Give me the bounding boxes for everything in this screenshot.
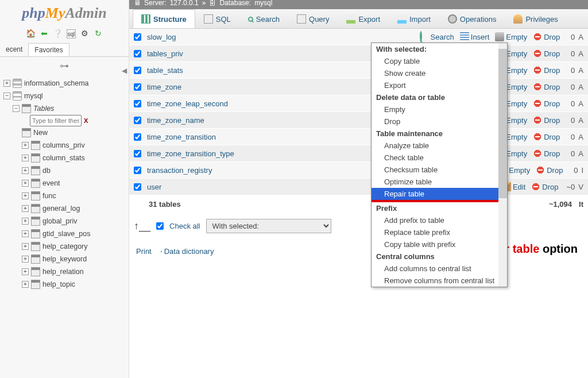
menu-item[interactable]: Copy table with prefix	[372, 238, 507, 250]
menu-item-repair-table[interactable]: Repair table	[372, 188, 507, 200]
row-checkbox[interactable]	[134, 83, 141, 91]
db-value[interactable]: mysql	[254, 0, 272, 7]
row-checkbox[interactable]	[134, 50, 141, 57]
menu-item[interactable]: Copy table	[372, 55, 507, 67]
menu-item[interactable]: Show create	[372, 67, 507, 79]
checkall-checkbox[interactable]	[156, 222, 164, 230]
tab-privileges[interactable]: Privileges	[505, 9, 566, 28]
table-name[interactable]: slow_log	[147, 33, 248, 41]
gear-icon[interactable]: ⚙	[80, 29, 89, 38]
expand-icon[interactable]: +	[22, 167, 29, 174]
expand-icon[interactable]: +	[22, 281, 29, 288]
tab-query[interactable]: Query	[288, 9, 338, 28]
table-event[interactable]: +event	[2, 177, 126, 190]
menu-item[interactable]: Analyze table	[372, 140, 507, 152]
table-global_priv[interactable]: +global_priv	[2, 215, 126, 227]
tables-group[interactable]: − Tables	[2, 102, 126, 115]
table-help_topic[interactable]: +help_topic	[2, 278, 126, 291]
refresh-icon[interactable]: ↻	[94, 29, 103, 38]
action-insert[interactable]: Insert	[460, 32, 490, 41]
home-icon[interactable]: 🏠	[26, 29, 35, 38]
menu-item[interactable]: Optimize table	[372, 176, 507, 188]
row-checkbox[interactable]	[134, 183, 141, 191]
table-name[interactable]: user	[147, 183, 248, 191]
table-name[interactable]: time_zone_leap_second	[147, 99, 248, 108]
action-drop[interactable]: Drop	[533, 115, 560, 125]
menu-item[interactable]: Empty	[372, 103, 507, 115]
action-drop[interactable]: Drop	[533, 49, 560, 58]
table-general_log[interactable]: +general_log	[2, 202, 126, 215]
table-columns_priv[interactable]: +columns_priv	[2, 139, 126, 152]
tab-operations[interactable]: Operations	[439, 9, 505, 28]
sql-icon[interactable]: sql	[67, 29, 76, 38]
expand-icon[interactable]: +	[22, 268, 29, 275]
tab-favorites[interactable]: Favorites	[28, 43, 69, 56]
table-name[interactable]: time_zone_transition_type	[147, 149, 248, 158]
db-information-schema[interactable]: + information_schema	[2, 77, 126, 90]
scrollbar-thumb[interactable]	[498, 49, 507, 198]
tab-search[interactable]: Search	[239, 9, 288, 28]
expand-icon[interactable]: +	[22, 218, 29, 225]
db-mysql[interactable]: − mysql	[2, 90, 126, 102]
scrollbar[interactable]	[498, 43, 507, 287]
collapse-icon[interactable]: −	[13, 105, 20, 112]
table-gtid_slave_pos[interactable]: +gtid_slave_pos	[2, 227, 126, 240]
table-column_stats[interactable]: +column_stats	[2, 152, 126, 164]
expand-icon[interactable]: +	[22, 230, 29, 237]
table-name[interactable]: tables_priv	[147, 49, 248, 58]
menu-item[interactable]: Remove columns from central list	[372, 275, 507, 287]
filter-input[interactable]	[30, 115, 82, 126]
row-checkbox[interactable]	[134, 117, 141, 124]
action-drop[interactable]: Drop	[533, 32, 560, 41]
expand-icon[interactable]: +	[22, 155, 29, 161]
menu-item[interactable]: Drop	[372, 115, 507, 128]
sidebar-arrow-icon[interactable]: ◀	[122, 67, 127, 75]
with-selected-dropdown[interactable]: With selected:	[206, 219, 331, 233]
server-value[interactable]: 127.0.0.1	[170, 0, 199, 7]
action-drop[interactable]: Drop	[533, 132, 560, 141]
table-help_category[interactable]: +help_category	[2, 240, 126, 253]
table-name[interactable]: time_zone_name	[147, 116, 248, 125]
new-table[interactable]: New	[2, 126, 126, 139]
row-checkbox[interactable]	[134, 100, 141, 107]
tab-sql[interactable]: SQL	[195, 9, 239, 28]
action-drop[interactable]: Drop	[533, 82, 560, 91]
row-checkbox[interactable]	[134, 167, 141, 174]
row-checkbox[interactable]	[134, 150, 141, 157]
menu-item[interactable]: Export	[372, 79, 507, 91]
exit-icon[interactable]: ⬅	[40, 29, 49, 38]
menu-item[interactable]: Checksum table	[372, 164, 507, 176]
menu-item[interactable]: Add prefix to table	[372, 214, 507, 226]
expand-icon[interactable]: +	[22, 192, 29, 199]
filter-clear[interactable]: X	[84, 117, 88, 124]
tab-structure[interactable]: Structure	[133, 9, 195, 28]
expand-icon[interactable]: +	[22, 243, 29, 250]
expand-icon[interactable]: +	[22, 205, 29, 212]
checkall-label[interactable]: Check all	[169, 222, 200, 230]
action-drop[interactable]: Drop	[533, 149, 560, 158]
print-link[interactable]: Print	[134, 247, 152, 256]
collapse-icon[interactable]: −	[3, 92, 10, 99]
action-empty[interactable]: Empty	[495, 32, 527, 41]
tab-import[interactable]: Import	[389, 9, 439, 28]
action-drop[interactable]: Drop	[531, 182, 558, 191]
collapse-icon[interactable]: ⊶	[0, 57, 129, 74]
action-drop[interactable]: Drop	[533, 65, 560, 75]
expand-icon[interactable]: +	[22, 180, 29, 187]
table-name[interactable]: transaction_registry	[147, 166, 248, 175]
table-name[interactable]: table_stats	[147, 66, 248, 75]
action-drop[interactable]: Drop	[536, 165, 563, 175]
row-checkbox[interactable]	[134, 133, 141, 141]
data-dictionary-link[interactable]: Data dictionary	[161, 247, 214, 256]
row-checkbox[interactable]	[134, 67, 141, 74]
expand-icon[interactable]: +	[22, 142, 29, 149]
menu-item[interactable]: Replace table prefix	[372, 226, 507, 238]
table-name[interactable]: time_zone_transition	[147, 133, 248, 141]
expand-icon[interactable]: +	[3, 80, 10, 87]
action-drop[interactable]: Drop	[533, 99, 560, 108]
menu-item[interactable]: Add columns to central list	[372, 263, 507, 275]
menu-item[interactable]: Check table	[372, 152, 507, 164]
row-checkbox[interactable]	[134, 33, 141, 41]
table-db[interactable]: +db	[2, 164, 126, 177]
table-help_relation[interactable]: +help_relation	[2, 265, 126, 278]
